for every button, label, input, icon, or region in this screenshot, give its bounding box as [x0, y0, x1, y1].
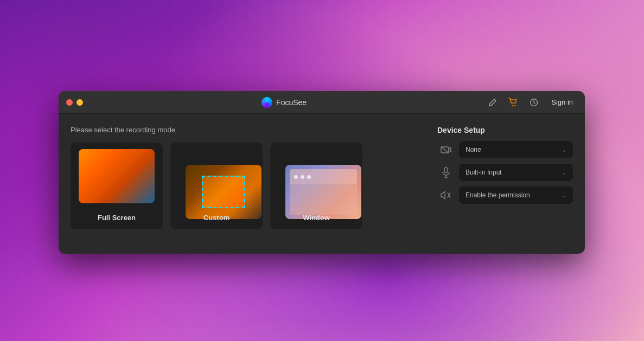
speaker-row: Enable the permission ⌄ — [437, 186, 573, 204]
cart-icon[interactable] — [506, 95, 521, 110]
custom-dashed-border — [202, 176, 245, 208]
edit-icon[interactable] — [485, 95, 500, 110]
mode-card-custom[interactable]: Custom — [170, 143, 263, 229]
main-content: Please select the recording mode Full Sc… — [59, 114, 585, 254]
device-setup-title: Device Setup — [437, 126, 573, 134]
win-dot-2 — [301, 175, 304, 179]
full-screen-thumbnail — [79, 149, 155, 203]
camera-select-value: None — [466, 146, 481, 153]
camera-chevron-icon: ⌄ — [562, 147, 566, 153]
microphone-row: Built-in Input ⌄ — [437, 164, 573, 181]
speaker-icon — [437, 186, 455, 204]
titlebar-right: Sign in — [485, 95, 577, 110]
camera-select[interactable]: None ⌄ — [459, 141, 573, 158]
app-logo-icon — [262, 97, 272, 108]
clock-icon[interactable] — [526, 95, 541, 110]
camera-icon — [437, 141, 455, 158]
window-thumb-body — [290, 184, 357, 215]
microphone-select[interactable]: Built-in Input ⌄ — [459, 164, 573, 181]
titlebar: FocuSee Sign in — [59, 91, 585, 114]
titlebar-center: FocuSee — [83, 97, 485, 108]
minimize-button[interactable] — [76, 99, 83, 106]
microphone-select-value: Built-in Input — [466, 169, 502, 176]
custom-thumbnail — [186, 165, 262, 219]
sign-in-button[interactable]: Sign in — [547, 96, 577, 108]
section-title: Please select the recording mode — [71, 126, 426, 134]
left-panel: Please select the recording mode Full Sc… — [71, 126, 426, 243]
mode-label-full-screen: Full Screen — [98, 214, 136, 222]
svg-line-4 — [441, 147, 449, 153]
svg-point-0 — [512, 105, 513, 106]
win-dot-3 — [307, 175, 311, 179]
modes-row: Full Screen Custom — [71, 143, 426, 229]
right-panel: Device Setup None ⌄ — [437, 126, 573, 243]
svg-point-1 — [514, 105, 515, 106]
mode-card-window[interactable]: Window — [270, 143, 362, 229]
speaker-select[interactable]: Enable the permission ⌄ — [459, 186, 573, 204]
mode-label-custom: Custom — [203, 214, 229, 222]
window-thumb-bar — [290, 169, 357, 184]
window-thumbnail — [285, 165, 361, 219]
app-window: FocuSee Sign in — [59, 91, 585, 254]
camera-row: None ⌄ — [437, 141, 573, 158]
microphone-icon — [437, 164, 455, 181]
mode-label-window: Window — [303, 214, 330, 222]
microphone-chevron-icon: ⌄ — [562, 170, 566, 176]
speaker-select-value: Enable the permission — [466, 191, 530, 199]
svg-rect-5 — [444, 168, 448, 173]
win-dot-1 — [294, 175, 298, 179]
window-controls — [66, 99, 83, 106]
close-button[interactable] — [66, 99, 73, 106]
mode-card-full-screen[interactable]: Full Screen — [71, 143, 163, 229]
app-title: FocuSee — [276, 98, 307, 107]
speaker-chevron-icon: ⌄ — [562, 192, 566, 198]
